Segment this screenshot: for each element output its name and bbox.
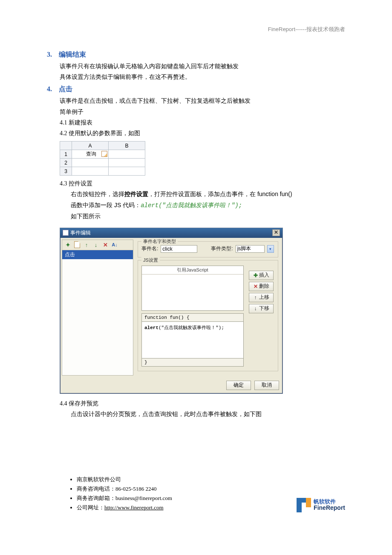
- section-4-3-line2: 函数中添加一段 JS 代码：alert("点击我就触发该事件啦！");: [71, 200, 345, 211]
- footer-phone: 商务咨询电话：86-025-5186 2240: [77, 484, 172, 494]
- move-down-button[interactable]: ↓: [92, 241, 100, 249]
- section-4-2: 4.2 使用默认的参数界面，如图: [60, 128, 345, 139]
- section-4-4: 4.4 保存并预览: [60, 398, 345, 409]
- cancel-button[interactable]: 取消: [254, 381, 279, 390]
- section-3-num: 3.: [47, 51, 52, 58]
- delete-event-button[interactable]: ✕: [101, 241, 109, 249]
- move-up-button[interactable]: ↑: [83, 241, 90, 249]
- section-4-title: 点击: [59, 85, 72, 92]
- new-event-button[interactable]: [73, 241, 81, 249]
- add-event-button[interactable]: ✦: [64, 241, 72, 249]
- event-list-panel: ✦ ↑ ↓ ✕ A↓ 点击: [62, 240, 133, 376]
- insert-label: 插入: [259, 272, 269, 279]
- js-settings-group: JS设置 引用JavaScript ✚插入 ✕删除 ↑上移 ↓下移 functi…: [138, 260, 278, 371]
- insert-button[interactable]: ✚插入: [249, 271, 274, 280]
- logo-zh-text: 帆软软件: [314, 499, 345, 505]
- footer-company: 南京帆软软件公司: [77, 475, 172, 484]
- section-3-heading: 3. 编辑结束: [47, 50, 345, 59]
- section-4-heading: 4. 点击: [47, 85, 345, 94]
- arrow-up-icon: ↑: [253, 295, 258, 300]
- cell-a3[interactable]: [72, 167, 109, 176]
- delete-label: 删除: [259, 283, 269, 290]
- page-header: FineReport------报表技术领跑者: [47, 26, 345, 33]
- section-4-num: 4.: [47, 85, 52, 92]
- cell-b2[interactable]: [109, 159, 145, 167]
- cell-b3[interactable]: [109, 167, 145, 176]
- dialog-titlebar[interactable]: 事件编辑 ✕: [60, 228, 282, 238]
- s43a-pre: 右击按钮控件，选择: [71, 191, 124, 197]
- event-list-toolbar: ✦ ↑ ↓ ✕ A↓: [62, 240, 133, 250]
- footer-list: 南京帆软软件公司 商务咨询电话：86-025-5186 2240 商务咨询邮箱：…: [77, 475, 172, 512]
- spreadsheet-preview: A B 1 查询 2 3: [60, 141, 145, 176]
- finereport-logo: 帆软软件 FineReport: [297, 498, 345, 512]
- dialog-title-text: 事件编辑: [70, 229, 91, 237]
- event-list-item-click[interactable]: 点击: [62, 250, 133, 259]
- row-header-1: 1: [60, 150, 72, 159]
- js-legend: JS设置: [141, 257, 160, 263]
- section-4-1: 4.1 新建报表: [60, 117, 345, 128]
- js-ref-list[interactable]: 引用JavaScript: [141, 266, 244, 311]
- ok-button[interactable]: 确定: [226, 381, 251, 390]
- section-3-line1: 该事件只有在填报确认单元格输入内容如键盘输入回车后才能被触发: [60, 61, 345, 72]
- section-4-3: 4.3 控件设置: [60, 178, 345, 189]
- js-ref-header: 引用JavaScript: [142, 266, 243, 275]
- name-type-group: 事件名字和类型 事件名: 事件类型: ▾: [138, 241, 278, 257]
- footer-email: 商务咨询邮箱：business@finereport.com: [77, 494, 172, 503]
- section-3-line2: 具体设置方法类似于编辑前事件，在这不再赘述。: [60, 72, 345, 82]
- section-4-3-line3: 如下图所示: [71, 211, 345, 222]
- event-name-input[interactable]: [161, 245, 197, 253]
- x-icon: ✕: [253, 284, 258, 289]
- function-open-bar: function fun() {: [141, 313, 244, 322]
- cell-b1[interactable]: [109, 150, 145, 159]
- event-name-label: 事件名:: [141, 245, 158, 252]
- cell-a1[interactable]: 查询: [72, 150, 109, 159]
- logo-en-text: FineReport: [314, 505, 345, 511]
- col-header-b: B: [109, 142, 145, 150]
- s43a-bold: 控件设置: [124, 191, 148, 197]
- plus-icon: ✚: [253, 273, 258, 278]
- move-up-js-button[interactable]: ↑上移: [249, 293, 274, 302]
- down-label: 下移: [259, 305, 269, 312]
- code-editor[interactable]: alert("点击我就触发该事件啦！");: [141, 322, 244, 358]
- logo-mark-icon: [297, 498, 311, 512]
- s43a-post: ，打开控件设置面板，添加点击事件，在 function fun(): [148, 191, 292, 197]
- delete-button[interactable]: ✕删除: [249, 282, 274, 291]
- section-4-line2: 简单例子: [60, 107, 345, 117]
- page-icon: [74, 241, 80, 248]
- name-type-legend: 事件名字和类型: [141, 238, 178, 245]
- section-4-4-line1: 点击设计器中的分页预览，点击查询按钮，此时点击事件被触发，如下图: [71, 409, 345, 419]
- dialog-footer: 确定 取消: [60, 377, 282, 393]
- arrow-down-icon: ↓: [253, 306, 258, 311]
- cell-a1-text: 查询: [86, 151, 96, 157]
- page-footer: 南京帆软软件公司 商务咨询电话：86-025-5186 2240 商务咨询邮箱：…: [47, 475, 345, 512]
- cell-a2[interactable]: [72, 159, 109, 167]
- s43b-code: alert("点击我就触发该事件啦！");: [141, 202, 242, 209]
- sort-button[interactable]: A↓: [111, 241, 118, 249]
- widget-marker-icon: [101, 151, 107, 157]
- col-header-a: A: [72, 142, 109, 150]
- event-editor-dialog: 事件编辑 ✕ ✦ ↑ ↓ ✕ A↓ 点击 事件名字和类型 事件名: 事: [60, 228, 283, 394]
- section-3-title: 编辑结束: [59, 51, 86, 58]
- section-4-3-line1: 右击按钮控件，选择控件设置，打开控件设置面板，添加点击事件，在 function…: [71, 189, 345, 199]
- footer-website: 公司网址：http://www.finereport.com: [77, 503, 172, 512]
- close-button[interactable]: ✕: [272, 229, 280, 236]
- row-header-2: 2: [60, 159, 72, 167]
- corner-cell: [60, 142, 72, 150]
- footer-website-link[interactable]: http://www.finereport.com: [104, 504, 164, 511]
- section-4-line1: 该事件是在点击按钮，或点击下拉框、下拉树、下拉复选框等之后被触发: [60, 95, 345, 106]
- event-type-label: 事件类型:: [211, 245, 233, 252]
- row-header-3: 3: [60, 167, 72, 176]
- up-label: 上移: [259, 294, 269, 301]
- function-close-bar: }: [141, 358, 244, 367]
- event-type-dropdown-icon[interactable]: ▾: [267, 245, 274, 253]
- event-type-input[interactable]: [236, 245, 265, 253]
- s43b-pre: 函数中添加一段 JS 代码：: [71, 202, 141, 208]
- dialog-icon: [63, 230, 69, 236]
- move-down-js-button[interactable]: ↓下移: [249, 304, 274, 313]
